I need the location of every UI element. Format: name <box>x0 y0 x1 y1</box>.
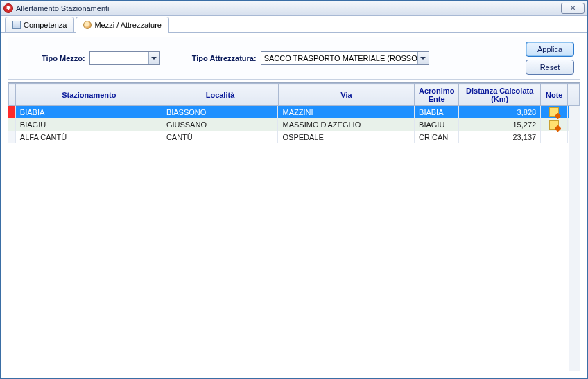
tab-label: Mezzi / Attrezzature <box>94 21 162 29</box>
people-icon <box>83 21 92 29</box>
cell-via: OSPEDALE <box>278 131 415 143</box>
tab-bar: Competenza Mezzi / Attrezzature <box>1 16 587 33</box>
cell-distanza: 15,272 <box>459 118 541 131</box>
cell-localita: CANTÙ <box>162 131 278 143</box>
app-icon: ✱ <box>3 3 13 13</box>
col-localita[interactable]: Località <box>162 84 278 106</box>
cell-stazionamento: ALFA CANTÙ <box>15 131 162 143</box>
tab-content: Tipo Mezzo: Tipo Attrezzatura: SACCO TRA… <box>1 33 587 378</box>
tab-competenza[interactable]: Competenza <box>5 17 74 32</box>
data-grid: Stazionamento Località Via Acronimo Ente… <box>8 82 580 371</box>
dialog-window: ✱ Allertamento Stazionamenti ✕ Competenz… <box>0 0 588 379</box>
col-stazionamento[interactable]: Stazionamento <box>16 84 162 106</box>
col-note[interactable]: Note <box>541 84 568 106</box>
cell-via: MAZZINI <box>278 106 415 118</box>
tipo-attrezzatura-label: Tipo Attrezzatura: <box>192 54 257 62</box>
titlebar: ✱ Allertamento Stazionamenti ✕ <box>1 1 587 16</box>
col-acronimo[interactable]: Acronimo Ente <box>415 84 459 106</box>
tipo-mezzo-label: Tipo Mezzo: <box>42 54 85 62</box>
filter-panel: Tipo Mezzo: Tipo Attrezzatura: SACCO TRA… <box>8 37 580 80</box>
cell-stazionamento: BIAGIU <box>15 118 162 131</box>
grid-header: Stazionamento Località Via Acronimo Ente… <box>8 83 580 106</box>
cell-distanza: 23,137 <box>459 131 541 143</box>
tipo-attrezzatura-value: SACCO TRASPORTO MATERIALE (ROSSO <box>264 52 417 64</box>
cell-note <box>541 118 568 131</box>
cell-localita: GIUSSANO <box>162 118 278 131</box>
grid-body: BIABIABIASSONOMAZZINIBIABIA3,828BIAGIUGI… <box>8 106 580 371</box>
note-icon[interactable] <box>549 107 559 117</box>
reset-button[interactable]: Reset <box>526 60 574 75</box>
tipo-attrezzatura-combo[interactable]: SACCO TRASPORTO MATERIALE (ROSSO <box>261 51 429 65</box>
cell-acronimo: BIAGIU <box>415 118 459 131</box>
tab-label: Competenza <box>24 21 67 29</box>
window-title: Allertamento Stazionamenti <box>16 4 561 12</box>
vertical-scrollbar[interactable] <box>569 106 580 371</box>
button-column: Applica Reset <box>519 42 574 75</box>
grid-rows-table: BIABIABIASSONOMAZZINIBIABIA3,828BIAGIUGI… <box>8 106 580 143</box>
cell-localita: BIASSONO <box>162 106 278 118</box>
col-scroll <box>568 84 580 106</box>
col-via[interactable]: Via <box>278 84 414 106</box>
col-distanza[interactable]: Distanza Calcolata (Km) <box>459 84 541 106</box>
cell-acronimo: BIABIA <box>415 106 459 118</box>
table-row[interactable]: BIABIABIASSONOMAZZINIBIABIA3,828 <box>8 106 580 118</box>
note-icon[interactable] <box>549 120 559 130</box>
tipo-mezzo-value <box>93 52 148 64</box>
tab-mezzi-attrezzature[interactable]: Mezzi / Attrezzature <box>76 17 169 33</box>
cell-acronimo: CRICAN <box>415 131 459 143</box>
table-row[interactable]: BIAGIUGIUSSANOMASSIMO D'AZEGLIOBIAGIU15,… <box>8 118 580 131</box>
tipo-mezzo-combo[interactable] <box>89 51 160 65</box>
cell-note <box>541 131 568 143</box>
applica-button[interactable]: Applica <box>526 42 574 57</box>
chevron-down-icon[interactable] <box>417 52 429 64</box>
close-button[interactable]: ✕ <box>561 3 585 14</box>
chevron-down-icon[interactable] <box>148 52 159 64</box>
cell-distanza: 3,828 <box>459 106 541 118</box>
cell-via: MASSIMO D'AZEGLIO <box>278 118 415 131</box>
col-marker[interactable] <box>9 84 16 106</box>
cell-stazionamento: BIABIA <box>15 106 162 118</box>
cell-note <box>541 106 568 118</box>
table-row[interactable]: ALFA CANTÙCANTÙOSPEDALECRICAN23,137 <box>8 131 580 143</box>
grid-icon <box>12 21 21 29</box>
